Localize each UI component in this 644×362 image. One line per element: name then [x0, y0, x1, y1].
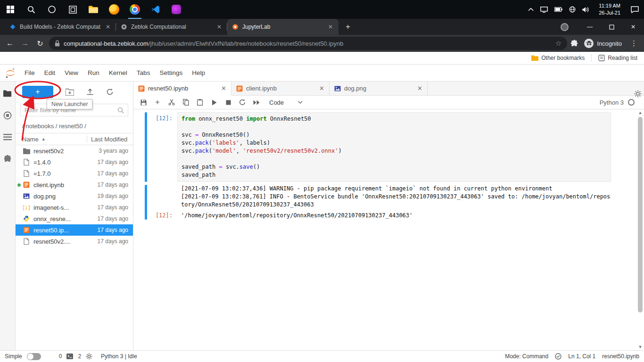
- extensions-tab-icon[interactable]: [3, 155, 12, 163]
- menu-edit[interactable]: Edit: [40, 69, 60, 76]
- menu-file[interactable]: File: [20, 69, 40, 76]
- battery-icon[interactable]: [554, 7, 562, 12]
- close-tab-icon[interactable]: ✕: [221, 85, 226, 92]
- bookmark-star-icon[interactable]: ☆: [555, 39, 561, 48]
- file-browser-tab-icon[interactable]: [3, 90, 12, 97]
- network-icon[interactable]: [569, 6, 576, 13]
- upload-icon[interactable]: [86, 88, 94, 96]
- close-tab-icon[interactable]: ✕: [105, 24, 111, 30]
- sort-ascending-icon: ▲: [41, 137, 46, 141]
- file-name: resnet50.ip...: [33, 227, 90, 234]
- cut-cells-button[interactable]: [165, 97, 178, 108]
- start-button[interactable]: [0, 0, 21, 19]
- action-center-button[interactable]: [625, 6, 644, 13]
- notebook-area[interactable]: [12]: from onnx_resnet50 import OnnxResn…: [133, 109, 644, 350]
- task-view-button[interactable]: [62, 0, 83, 19]
- kernel-sessions-icon[interactable]: [86, 353, 92, 360]
- name-column-header[interactable]: Name▲: [16, 136, 87, 143]
- restart-run-all-button[interactable]: [250, 97, 263, 108]
- code-editor[interactable]: from onnx_resnet50 import OnnxResnet50 s…: [177, 112, 611, 182]
- minimize-button[interactable]: —: [579, 19, 601, 35]
- browser-tab[interactable]: Zeblok Computational✕: [116, 19, 227, 35]
- command-palette-tab-icon[interactable]: [3, 134, 12, 140]
- document-tab[interactable]: resnet50.ipynb✕: [133, 82, 231, 96]
- menu-view[interactable]: View: [60, 69, 83, 76]
- close-tab-icon[interactable]: ✕: [216, 24, 223, 30]
- browser-tab[interactable]: Build Models - Zeblok Computat✕: [5, 19, 116, 35]
- vscode-button[interactable]: [145, 0, 166, 19]
- file-row[interactable]: resnet50v2....17 days ago: [16, 236, 133, 247]
- document-tab[interactable]: client.ipynb✕: [231, 82, 330, 95]
- simple-mode-toggle[interactable]: [27, 353, 41, 360]
- breadcrumb[interactable]: / notebooks / resnet50 /: [16, 118, 133, 133]
- close-tab-icon[interactable]: ✕: [327, 24, 334, 30]
- refresh-icon[interactable]: [106, 88, 114, 96]
- menu-tabs[interactable]: Tabs: [132, 69, 155, 76]
- cursor-position[interactable]: Ln 1, Col 1: [568, 353, 595, 360]
- file-explorer-button[interactable]: [83, 0, 104, 19]
- incognito-icon: [584, 39, 594, 48]
- back-button[interactable]: ←: [4, 39, 16, 48]
- scrollbar-thumb[interactable]: [638, 117, 643, 313]
- firefox-button[interactable]: [104, 0, 124, 19]
- file-row[interactable]: resnet50v23 years ago: [16, 145, 133, 156]
- cell-type-dropdown[interactable]: Code: [264, 99, 307, 106]
- paste-cells-button[interactable]: [194, 97, 206, 108]
- menu-help[interactable]: Help: [187, 69, 210, 76]
- file-row[interactable]: =1.4.017 days ago: [16, 156, 133, 168]
- modified-column-header[interactable]: Last Modified: [87, 136, 133, 143]
- run-cell-button[interactable]: [208, 97, 220, 108]
- display-icon[interactable]: [540, 7, 548, 13]
- close-window-button[interactable]: ✕: [622, 19, 644, 35]
- forward-button[interactable]: →: [19, 39, 31, 48]
- menu-kernel[interactable]: Kernel: [104, 69, 132, 76]
- running-kernels-tab-icon[interactable]: [3, 111, 12, 120]
- chrome-menu-icon[interactable]: ⋮: [627, 39, 640, 48]
- chrome-icon: [130, 4, 140, 15]
- terminal-icon[interactable]: [66, 354, 73, 359]
- menu-run[interactable]: Run: [83, 69, 104, 76]
- notebook-scrollbar[interactable]: ▲ ▼: [636, 109, 644, 350]
- file-row[interactable]: client.ipynb17 days ago: [16, 179, 133, 190]
- insert-cell-button[interactable]: +: [151, 97, 164, 108]
- taskbar-clock[interactable]: 11:19 AM 26-Jul-21: [594, 2, 625, 16]
- save-button[interactable]: [137, 97, 149, 108]
- browser-tab[interactable]: JupyterLab✕: [227, 19, 339, 35]
- taskbar-search-button[interactable]: [21, 0, 41, 19]
- file-row[interactable]: onnx_resne...17 days ago: [16, 213, 133, 224]
- code-cell-input[interactable]: [12]: from onnx_resnet50 import OnnxResn…: [145, 112, 611, 182]
- new-tab-button[interactable]: +: [341, 20, 355, 33]
- chrome-button[interactable]: [124, 0, 145, 19]
- maximize-button[interactable]: [601, 19, 622, 35]
- paint3d-button[interactable]: [166, 0, 187, 19]
- interrupt-kernel-button[interactable]: [222, 97, 234, 108]
- tab-search-icon[interactable]: [561, 23, 569, 31]
- code-cell-output: [2021-07-09 13:02:37,436] WARNING - pip …: [145, 185, 611, 220]
- kernel-status-text[interactable]: Python 3 | Idle: [101, 353, 137, 360]
- other-bookmarks-button[interactable]: Other bookmarks: [531, 55, 585, 61]
- cortana-button[interactable]: [41, 0, 62, 19]
- reload-button[interactable]: ↻: [34, 39, 46, 48]
- scroll-up-icon[interactable]: ▲: [636, 109, 644, 116]
- code-line: svc.pack('model', 'resnet50v2/resnet50v2…: [182, 147, 607, 155]
- kernel-indicator[interactable]: Python 3: [600, 99, 640, 106]
- show-hidden-icons-chevron[interactable]: [528, 8, 534, 11]
- restart-kernel-button[interactable]: [236, 97, 248, 108]
- new-launcher-button[interactable]: +: [22, 86, 53, 98]
- address-bar[interactable]: computational-beta.zeblok.com/jhub/user/…: [49, 37, 567, 50]
- file-row[interactable]: {;}imagenet-s...17 days ago: [16, 202, 133, 213]
- file-row[interactable]: =1.7.017 days ago: [16, 168, 133, 179]
- scroll-down-icon[interactable]: ▼: [636, 344, 644, 350]
- reading-list-button[interactable]: Reading list: [598, 55, 637, 61]
- new-folder-icon[interactable]: [66, 89, 74, 96]
- file-row[interactable]: resnet50.ip...17 days ago: [16, 224, 133, 236]
- menu-settings[interactable]: Settings: [155, 69, 187, 76]
- gear-icon[interactable]: [634, 90, 642, 98]
- extensions-puzzle-icon[interactable]: [570, 39, 578, 48]
- file-row[interactable]: dog.png19 days ago: [16, 190, 133, 202]
- close-tab-icon[interactable]: ✕: [417, 85, 422, 92]
- close-tab-icon[interactable]: ✕: [319, 85, 324, 92]
- copy-cells-button[interactable]: [180, 97, 192, 108]
- document-tab[interactable]: dog.png✕: [330, 82, 428, 95]
- volume-icon[interactable]: [582, 7, 589, 13]
